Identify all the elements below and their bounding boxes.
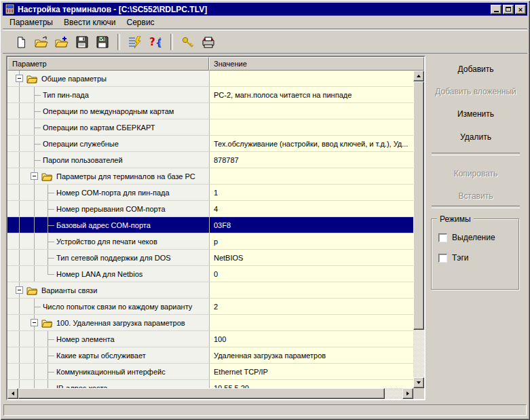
table-row[interactable]: Устройство для печати чековp — [7, 233, 413, 250]
parameter-cell: Варианты связи — [7, 282, 209, 299]
tree-guide-line — [34, 347, 35, 363]
table-row[interactable]: Параметры для терминалов на базе PC — [7, 168, 413, 185]
status-field — [3, 404, 527, 416]
arrow-left-icon — [12, 392, 14, 396]
value-cell — [209, 168, 413, 185]
tree-dash-connector — [34, 128, 41, 128]
table-row[interactable]: Номер LANA для Netbios0 — [7, 266, 413, 282]
table-row[interactable]: Номер прерывания COM-порта4 — [7, 201, 413, 217]
row-label: Операции служебные — [43, 140, 119, 148]
tree-guide-line — [19, 299, 20, 314]
toolbar-button-save-as[interactable] — [92, 33, 113, 51]
row-label: Параметры для терминалов на базе PC — [56, 172, 195, 180]
scroll-down-button[interactable] — [413, 377, 424, 388]
table-row[interactable]: Число попыток связи по каждому варианту2 — [7, 299, 413, 315]
tree-dash-connector — [48, 356, 54, 356]
value-cell — [209, 282, 413, 299]
table-row[interactable]: Какие карты обслуживаетУдаленная загрузк… — [7, 347, 413, 364]
table-row[interactable]: Общие параметры — [7, 71, 413, 87]
parameter-cell: Параметры для терминалов на базе PC — [7, 168, 209, 185]
table-row[interactable]: Базовый адрес COM-порта03F8 — [7, 217, 413, 233]
table-row[interactable]: IP-адрес хоста10.55.5.20 — [7, 380, 413, 388]
table-row[interactable]: Пароли пользователей878787 — [7, 152, 413, 168]
table-row[interactable]: Коммуникационный интерфейсEthernet TCP/I… — [7, 364, 413, 380]
column-header-value[interactable]: Значение — [209, 57, 424, 71]
parameter-cell: 100. Удаленная загрузка параметров — [7, 315, 209, 331]
expand-toggle[interactable] — [16, 286, 23, 294]
table-row[interactable]: Операции по международным картам — [7, 103, 413, 119]
table-row[interactable]: Тип пин-падаPC-2, магн.полоса читается н… — [7, 87, 413, 103]
panel-separator — [432, 206, 520, 208]
checkbox[interactable] — [438, 233, 447, 242]
svg-text:?: ? — [149, 36, 155, 48]
maximize-button[interactable] — [503, 5, 514, 14]
arrow-down-icon — [417, 381, 421, 384]
minimize-button[interactable] — [491, 5, 501, 14]
toolbar-button-help[interactable]: ? { — [145, 33, 166, 51]
row-label: Общие параметры — [41, 75, 107, 83]
row-label: Какие карты обслуживает — [56, 351, 146, 360]
menu-item[interactable]: Сервис — [121, 16, 160, 29]
vertical-scroll-thumb[interactable] — [413, 81, 424, 330]
scroll-left-button[interactable] — [7, 388, 18, 399]
table-row[interactable]: Варианты связи — [7, 282, 413, 299]
toolbar-button-open[interactable] — [31, 33, 52, 51]
maximize-icon — [506, 7, 511, 12]
row-label: Номер элемента — [56, 335, 115, 343]
table-row[interactable]: Номер элемента100 — [7, 331, 413, 347]
tree-dash-connector — [48, 209, 54, 210]
table-row[interactable]: Номер COM-порта для пин-пада1 — [7, 185, 413, 201]
table-row[interactable]: Операции служебныеТех.обслуживание (наст… — [7, 136, 413, 152]
toolbar-button-save[interactable] — [72, 33, 92, 51]
tree-guide-line — [19, 347, 20, 363]
scroll-up-button[interactable] — [413, 71, 424, 81]
title-bar[interactable]: Настройка терминалов - [C:\SC552\RDLPC.T… — [3, 3, 527, 16]
table-row[interactable]: 100. Удаленная загрузка параметров — [7, 315, 413, 331]
table-row[interactable]: Тип сетевой поддержки для DOSNetBIOS — [7, 250, 413, 266]
tree-guide-line — [19, 119, 20, 135]
scrollbar-corner — [413, 388, 424, 399]
close-button[interactable]: × — [515, 5, 526, 14]
toolbar-button-check[interactable] — [125, 33, 145, 51]
panel-button-enabled[interactable]: Изменить — [430, 107, 521, 121]
expand-toggle[interactable] — [31, 319, 38, 326]
value-cell: 0 — [209, 266, 413, 282]
toolbar-button-keys[interactable] — [178, 33, 198, 51]
expand-toggle[interactable] — [16, 75, 23, 82]
folder-icon — [41, 172, 52, 181]
row-value: Ethernet TCP/IP — [214, 368, 268, 376]
parameter-cell: Тип пин-пада — [7, 87, 209, 103]
expand-toggle[interactable] — [31, 172, 38, 180]
tree-dash-connector — [48, 372, 54, 373]
column-header-parameter[interactable]: Параметр — [7, 57, 209, 71]
horizontal-scrollbar[interactable] — [7, 388, 413, 399]
tree-guide-line — [19, 380, 20, 388]
parameter-cell: Общие параметры — [7, 71, 209, 87]
row-value: 878787 — [214, 156, 239, 164]
row-label: Коммуникационный интерфейс — [56, 368, 166, 376]
toolbar: ? { — [3, 30, 527, 54]
tree-guide-line — [19, 250, 20, 265]
toolbar-button-print[interactable] — [198, 33, 219, 51]
horizontal-scroll-thumb[interactable] — [18, 388, 385, 399]
panel-separator — [432, 153, 520, 155]
mode-checkbox-row[interactable]: Тэги — [438, 253, 469, 263]
toolbar-button-new[interactable] — [11, 33, 31, 51]
row-label: Базовый адрес COM-порта — [56, 221, 151, 229]
panel-button-enabled[interactable]: Добавить — [430, 62, 521, 76]
modes-groupbox-title: Режимы — [437, 214, 474, 224]
mode-checkbox-row[interactable]: Выделение — [438, 233, 495, 242]
table-row[interactable]: Операции по картам СБЕРКАРТ — [7, 119, 413, 136]
toolbar-button-open-add[interactable] — [52, 33, 72, 51]
vertical-scrollbar[interactable] — [413, 71, 424, 388]
value-cell: Удаленная загрузка параметров — [209, 347, 413, 364]
menu-item[interactable]: Параметры — [4, 16, 58, 29]
checkbox[interactable] — [438, 254, 447, 263]
scroll-right-button[interactable] — [402, 388, 413, 399]
panel-button-enabled[interactable]: Удалить — [430, 130, 521, 144]
value-cell: p — [209, 233, 413, 250]
menu-item[interactable]: Ввести ключи — [58, 16, 121, 29]
value-cell: 10.55.5.20 — [209, 380, 413, 388]
row-value: 100 — [214, 335, 226, 343]
row-label: Тип сетевой поддержки для DOS — [56, 254, 171, 262]
